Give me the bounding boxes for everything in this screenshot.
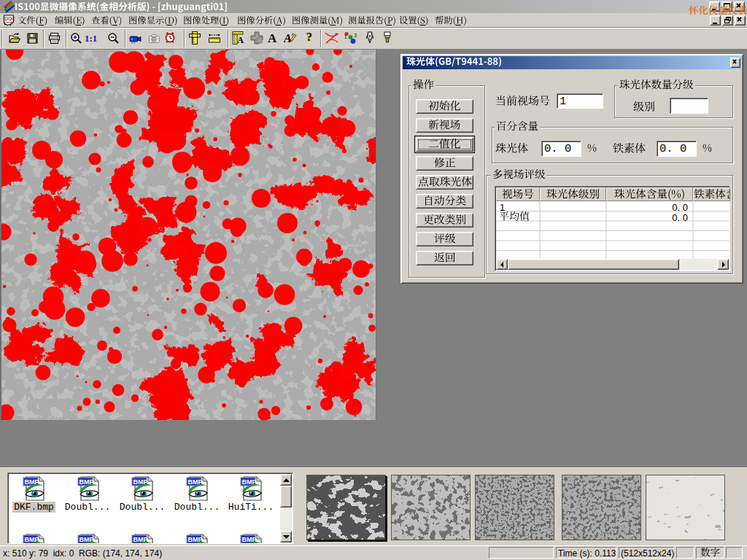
svg-text:3: 3 [355, 33, 357, 38]
svg-text:A: A [268, 31, 277, 44]
svg-text:A: A [284, 32, 292, 44]
svg-text:A: A [237, 35, 244, 44]
svg-text:1: 1 [344, 34, 347, 39]
svg-text:DOC: DOC [5, 16, 15, 21]
svg-text:1:1: 1:1 [85, 33, 97, 44]
svg-text:?: ? [306, 31, 313, 44]
